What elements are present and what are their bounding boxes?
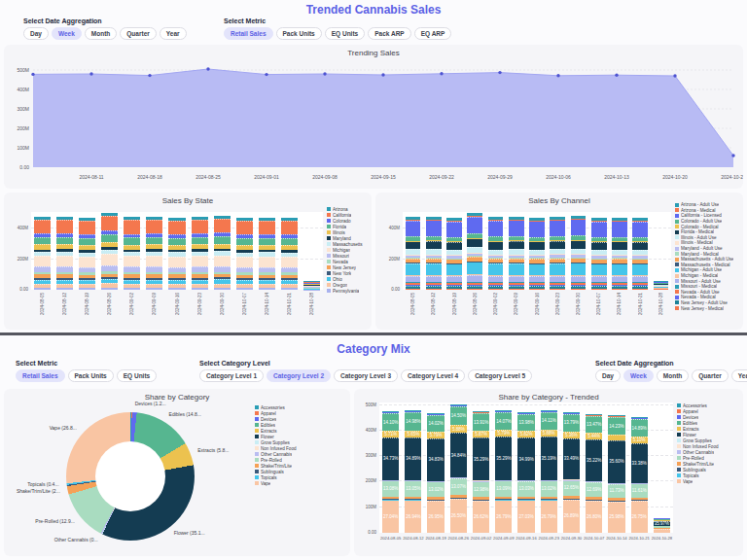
donut-slice-label-edibles: Edibles (14.8... — [169, 412, 201, 417]
legend-swatch — [327, 254, 331, 258]
x-tick-label: 2024-09-09 — [152, 293, 157, 315]
legend-item-new-jersey-medical[interactable]: New Jersey - Medical — [675, 305, 743, 311]
segment-arizona-adult-use — [591, 218, 607, 221]
category-level-button-category-level-1[interactable]: Category Level 1 — [199, 369, 264, 382]
segment-california-licensed — [632, 222, 648, 237]
segment-arizona — [236, 218, 253, 221]
x-tick: 2024-10-07 — [233, 293, 256, 328]
bottom-date-agg-button-quarter[interactable]: Quarter — [692, 369, 728, 382]
top-date-agg-button-month[interactable]: Month — [85, 27, 118, 40]
bar-slot — [568, 212, 588, 290]
segment-maryland — [281, 250, 298, 252]
legend-item-vape[interactable]: Vape — [255, 480, 325, 486]
segment-vape: 26.80% — [586, 501, 602, 533]
segment-california-licensed — [591, 222, 607, 237]
segment-massachusetts — [34, 252, 51, 256]
legend-swatch — [677, 473, 681, 477]
segment-illinois-adult-use — [529, 250, 545, 255]
bottom-date-agg-button-week[interactable]: Week — [623, 369, 654, 382]
x-tick: 2024-08-12 — [423, 293, 444, 328]
segment-ohio — [124, 280, 140, 284]
sales-by-channel-x-axis: 2024-08-052024-08-122024-08-192024-08-26… — [403, 293, 671, 328]
bar-2024-10-14: 25.98%11.73%35.60%14.23% — [608, 411, 624, 533]
segment-massachusetts-medical — [612, 263, 627, 264]
segment-new-jersey-adult-use — [509, 286, 524, 290]
bottom-date-agg-button-month[interactable]: Month — [657, 369, 690, 382]
segment-vape: 26.89% — [563, 500, 580, 533]
bar-slot: 26.75%11.61%33.38%5.10%14.89% — [628, 402, 651, 533]
category-level-button-category-level-5[interactable]: Category Level 5 — [468, 369, 532, 382]
segment-massachusetts-adult-use — [406, 259, 421, 263]
sales-by-state-title: Sales By State — [4, 196, 372, 205]
donut-slice-label-flower: Flower (35.1... — [174, 531, 205, 536]
top-metric-button-eq-arp[interactable]: EQ ARP — [414, 27, 452, 40]
segment-michigan-medical — [446, 275, 462, 276]
segment-michigan — [192, 256, 208, 266]
segment-vape: 26.62% — [473, 501, 489, 533]
segment-new-york — [259, 278, 275, 280]
segment-value-label: 26.50% — [446, 514, 471, 519]
segment-extracts: 5.88% — [450, 425, 467, 433]
segment-maryland-medical — [571, 258, 587, 259]
y-tick-label: 200M — [353, 478, 376, 483]
segment-pennsylvania — [259, 288, 275, 290]
segment-value-label: 26.95% — [423, 515, 447, 520]
segment-new-york — [168, 278, 185, 280]
segment-flower: 34.99% — [517, 438, 534, 480]
category-level-button-category-level-3[interactable]: Category Level 3 — [334, 369, 398, 382]
bottom-date-agg-button-day[interactable]: Day — [595, 369, 621, 382]
legend-swatch — [675, 203, 679, 207]
legend-label: Michigan - Medical — [681, 273, 718, 278]
top-metric-button-eq-units[interactable]: EQ Units — [325, 27, 365, 40]
top-date-agg-button-day[interactable]: Day — [23, 27, 49, 40]
segment-california-licensed — [406, 221, 421, 237]
legend-item-vape[interactable]: Vape — [677, 478, 739, 484]
segment-new-jersey — [281, 275, 298, 278]
x-tick: 2024-09-16 — [165, 293, 188, 328]
top-date-agg-button-year[interactable]: Year — [160, 27, 187, 40]
legend-item-pennsylvania[interactable]: Pennsylvania — [327, 288, 372, 294]
x-tick: 2024-09-30 — [211, 293, 233, 328]
bottom-metric-button-eq-units[interactable]: EQ Units — [117, 369, 157, 382]
segment-topicals — [405, 500, 421, 501]
segment-michigan — [34, 256, 51, 266]
segment-missouri-medical — [529, 282, 545, 283]
segment-flower: 35.22% — [586, 439, 602, 482]
bottom-metric-button-pack-units[interactable]: Pack Units — [68, 369, 114, 382]
category-level-button-category-level-2[interactable]: Category Level 2 — [267, 369, 331, 382]
top-date-agg-button-week[interactable]: Week — [52, 27, 82, 40]
bars: 27.04%13.08%34.73%5.71%14.10%26.94%13.05… — [379, 402, 673, 533]
legend-swatch — [675, 214, 679, 218]
segment-new-jersey — [124, 274, 140, 277]
segment-new-jersey — [259, 275, 275, 278]
segment-devices — [631, 417, 648, 418]
category-level-button-category-level-4[interactable]: Category Level 4 — [401, 369, 465, 382]
top-date-agg-button-quarter[interactable]: Quarter — [120, 27, 156, 40]
bottom-metric-button-retail-sales[interactable]: Retail Sales — [16, 369, 65, 382]
segment-maryland — [168, 250, 185, 252]
segment-florida-medical — [426, 241, 442, 250]
segment-maryland-adult-use — [406, 256, 421, 259]
segment-value-label: 14.11% — [537, 419, 561, 424]
segment-nevada — [236, 272, 253, 274]
segment-illinois-adult-use — [406, 249, 421, 254]
segment-arizona-adult-use — [571, 216, 587, 219]
legend-item-massachusetts-adult-use[interactable]: Massachusetts - Adult Use — [675, 257, 743, 262]
legend-swatch — [677, 450, 681, 454]
x-tick-label: 2024-08-12 — [62, 293, 67, 315]
bottom-date-agg-button-year[interactable]: Year — [731, 369, 747, 382]
segment-extracts: 5.65% — [405, 431, 421, 438]
legend-label: Missouri - Adult Use — [681, 279, 721, 284]
segment-colorado — [192, 233, 208, 237]
bar-slot — [143, 212, 165, 290]
segment-ohio — [34, 280, 51, 284]
y-tick-label: 200M — [376, 257, 400, 262]
segment-arizona — [79, 218, 95, 221]
x-tick-label: 2024-09-09 — [514, 293, 518, 315]
top-metric-button-pack-arp[interactable]: Pack ARP — [368, 27, 410, 40]
top-metric-button-pack-units[interactable]: Pack Units — [276, 27, 322, 40]
legend-label: Accessories — [683, 403, 707, 408]
x-tick-label: 2024-10-14 — [265, 293, 269, 315]
top-metric-button-retail-sales[interactable]: Retail Sales — [224, 27, 273, 40]
segment-arizona-medical — [406, 220, 421, 221]
